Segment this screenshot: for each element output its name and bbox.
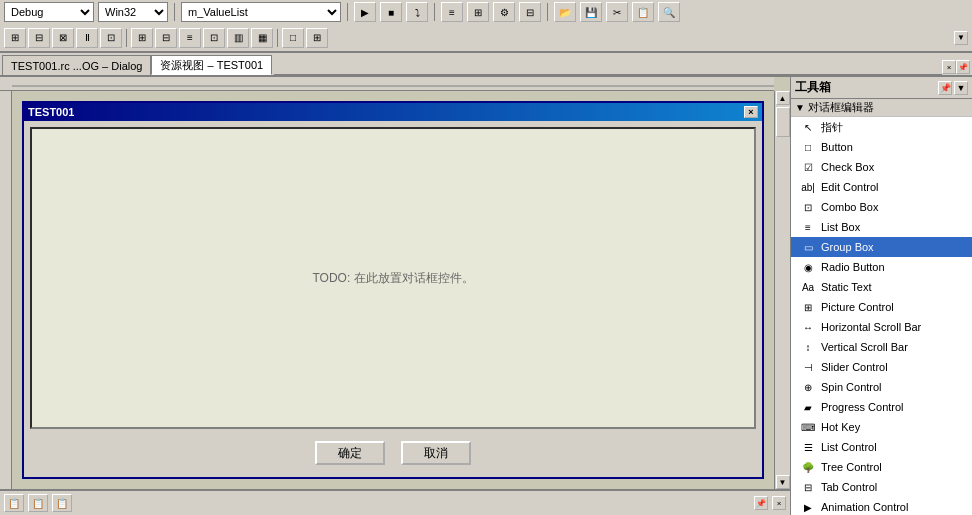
toolbox-item-radio-button[interactable]: ◉Radio Button [791, 257, 972, 277]
toolbox-item-label-4: Combo Box [821, 201, 878, 213]
toolbar-btn-c2[interactable]: ⊟ [28, 28, 50, 48]
toolbox-item-hot-key[interactable]: ⌨Hot Key [791, 417, 972, 437]
toolbox-item-label-10: Horizontal Scroll Bar [821, 321, 921, 333]
toolbox-item-animation-control[interactable]: ▶Animation Control [791, 497, 972, 515]
toolbar-btn-stop[interactable]: ■ [380, 2, 402, 22]
toolbox-item-label-18: Tab Control [821, 481, 877, 493]
toolbar-btn-right1[interactable]: ▼ [954, 31, 968, 45]
toolbar-btn-c13[interactable]: ⊞ [306, 28, 328, 48]
confirm-button[interactable]: 确定 [315, 441, 385, 465]
toolbox-item-icon-18: ⊟ [799, 479, 817, 495]
toolbar-btn-c7[interactable]: ⊟ [155, 28, 177, 48]
toolbox-item-vertical-scroll-bar[interactable]: ↕Vertical Scroll Bar [791, 337, 972, 357]
tab-bar: TEST001.rc ...OG – Dialog 资源视图 – TEST001… [0, 53, 972, 77]
toolbar-btn-c11[interactable]: ▦ [251, 28, 273, 48]
toolbox-item-icon-9: ⊞ [799, 299, 817, 315]
toolbox-section-label: 对话框编辑器 [808, 100, 874, 115]
toolbox-pin-btn[interactable]: 📌 [938, 81, 952, 95]
test-dialog-close-btn[interactable]: × [744, 106, 758, 118]
toolbox-item-label-9: Picture Control [821, 301, 894, 313]
toolbox-item-static-text[interactable]: AaStatic Text [791, 277, 972, 297]
toolbox-item-指针[interactable]: ↖指针 [791, 117, 972, 137]
toolbar-btn-b9[interactable]: 🔍 [658, 2, 680, 22]
bottom-close-btn[interactable]: × [772, 496, 786, 510]
toolbar-btn-b8[interactable]: 📋 [632, 2, 654, 22]
toolbox-item-spin-control[interactable]: ⊕Spin Control [791, 377, 972, 397]
tab-spacer [274, 74, 942, 75]
tab-resource[interactable]: 资源视图 – TEST001 [151, 55, 272, 75]
toolbar-btn-c9[interactable]: ⊡ [203, 28, 225, 48]
bottom-btn-2[interactable]: 📋 [28, 494, 48, 512]
toolbox-item-group-box[interactable]: ▭Group Box [791, 237, 972, 257]
todo-placeholder: TODO: 在此放置对话框控件。 [312, 270, 473, 287]
toolbox-item-icon-5: ≡ [799, 219, 817, 235]
toolbar-btn-b6[interactable]: 💾 [580, 2, 602, 22]
function-dropdown[interactable]: m_ValueList [181, 2, 341, 22]
tab-dialog[interactable]: TEST001.rc ...OG – Dialog [2, 55, 151, 75]
toolbox-panel: 工具箱 📌 ▼ ▼ 对话框编辑器 ↖指针□Button☑Check Boxab|… [790, 77, 972, 515]
scroll-up-btn[interactable]: ▲ [776, 91, 790, 105]
scrollbar-vertical[interactable]: ▲ ▼ [774, 91, 790, 489]
sep5 [126, 29, 127, 47]
toolbox-item-list-box[interactable]: ≡List Box [791, 217, 972, 237]
toolbar-btn-c6[interactable]: ⊞ [131, 28, 153, 48]
scroll-thumb-v[interactable] [776, 107, 790, 137]
toolbox-item-edit-control[interactable]: ab|Edit Control [791, 177, 972, 197]
toolbox-item-label-17: Tree Control [821, 461, 882, 473]
toolbox-item-label-3: Edit Control [821, 181, 878, 193]
toolbox-item-combo-box[interactable]: ⊡Combo Box [791, 197, 972, 217]
toolbox-item-icon-13: ⊕ [799, 379, 817, 395]
bottom-btn-3[interactable]: 📋 [52, 494, 72, 512]
toolbar-area: Debug Win32 m_ValueList ▶ ■ ⤵ ≡ ⊞ ⚙ ⊟ 📂 … [0, 0, 972, 53]
toolbox-item-icon-10: ↔ [799, 319, 817, 335]
toolbar-btn-step[interactable]: ⤵ [406, 2, 428, 22]
toolbox-item-list-control[interactable]: ☰List Control [791, 437, 972, 457]
toolbox-item-tree-control[interactable]: 🌳Tree Control [791, 457, 972, 477]
toolbox-item-picture-control[interactable]: ⊞Picture Control [791, 297, 972, 317]
toolbox-item-horizontal-scroll-bar[interactable]: ↔Horizontal Scroll Bar [791, 317, 972, 337]
toolbar-btn-b5[interactable]: 📂 [554, 2, 576, 22]
toolbox-item-check-box[interactable]: ☑Check Box [791, 157, 972, 177]
win32-dropdown[interactable]: Win32 [98, 2, 168, 22]
toolbox-item-slider-control[interactable]: ⊣Slider Control [791, 357, 972, 377]
toolbar-btn-b7[interactable]: ✂ [606, 2, 628, 22]
toolbar-btn-b1[interactable]: ≡ [441, 2, 463, 22]
toolbar-btn-b4[interactable]: ⊟ [519, 2, 541, 22]
tab-close-btn[interactable]: × [942, 60, 956, 74]
dialog-canvas[interactable]: TEST001 × TODO: 在此放置对话框控件。 [12, 91, 774, 489]
toolbox-section-header[interactable]: ▼ 对话框编辑器 [791, 99, 972, 117]
toolbox-item-label-0: 指针 [821, 120, 843, 135]
toolbox-items-list: ↖指针□Button☑Check Boxab|Edit Control⊡Comb… [791, 117, 972, 515]
toolbox-item-button[interactable]: □Button [791, 137, 972, 157]
toolbar-btn-c4[interactable]: Ⅱ [76, 28, 98, 48]
debug-dropdown[interactable]: Debug [4, 2, 94, 22]
toolbar-btn-c10[interactable]: ▥ [227, 28, 249, 48]
scroll-down-btn[interactable]: ▼ [776, 475, 790, 489]
toolbox-collapse-btn[interactable]: ▼ [954, 81, 968, 95]
toolbar-btn-c3[interactable]: ⊠ [52, 28, 74, 48]
toolbox-header: 工具箱 📌 ▼ [791, 77, 972, 99]
tab-pin-btn[interactable]: 📌 [956, 60, 970, 74]
scroll-track-v[interactable] [776, 105, 790, 475]
sep1 [174, 3, 175, 21]
toolbox-item-label-15: Hot Key [821, 421, 860, 433]
toolbar-btn-b2[interactable]: ⊞ [467, 2, 489, 22]
cancel-button[interactable]: 取消 [401, 441, 471, 465]
toolbar-btn-b3[interactable]: ⚙ [493, 2, 515, 22]
toolbox-item-label-14: Progress Control [821, 401, 904, 413]
toolbar-btn-c5[interactable]: ⊡ [100, 28, 122, 48]
test-dialog-window[interactable]: TEST001 × TODO: 在此放置对话框控件。 [22, 101, 764, 479]
toolbar-btn-play[interactable]: ▶ [354, 2, 376, 22]
toolbar-btn-c12[interactable]: □ [282, 28, 304, 48]
toolbox-item-label-16: List Control [821, 441, 877, 453]
toolbox-item-icon-17: 🌳 [799, 459, 817, 475]
test-dialog-title: TEST001 [28, 106, 74, 118]
toolbox-item-progress-control[interactable]: ▰Progress Control [791, 397, 972, 417]
toolbar-btn-c1[interactable]: ⊞ [4, 28, 26, 48]
bottom-btn-1[interactable]: 📋 [4, 494, 24, 512]
toolbar-btn-c8[interactable]: ≡ [179, 28, 201, 48]
bottom-pin-btn[interactable]: 📌 [754, 496, 768, 510]
app-container: Debug Win32 m_ValueList ▶ ■ ⤵ ≡ ⊞ ⚙ ⊟ 📂 … [0, 0, 972, 515]
toolbox-item-icon-14: ▰ [799, 399, 817, 415]
toolbox-item-tab-control[interactable]: ⊟Tab Control [791, 477, 972, 497]
